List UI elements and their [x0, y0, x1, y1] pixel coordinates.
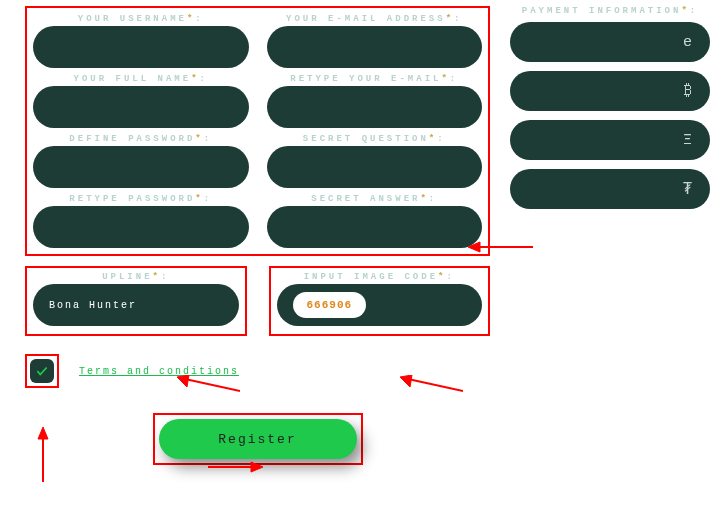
fullname-input[interactable]: [33, 86, 249, 128]
ecurrency-icon: e: [683, 34, 692, 51]
arrow-icon: [468, 240, 533, 255]
arrow-icon: [398, 375, 463, 395]
payment-option-e[interactable]: e: [510, 22, 710, 62]
email-group: YOUR E-MAIL ADDRESS*:: [267, 14, 483, 68]
terms-checkbox-box: [25, 354, 59, 388]
password-input[interactable]: [33, 146, 249, 188]
svg-marker-5: [400, 375, 412, 387]
bitcoin-icon: ₿: [684, 82, 692, 100]
main-fields-box: YOUR USERNAME*: YOUR E-MAIL ADDRESS*: YO…: [25, 6, 490, 256]
email-label: YOUR E-MAIL ADDRESS: [286, 14, 446, 24]
payment-label: PAYMENT INFORMATION: [522, 6, 682, 16]
secret-a-input[interactable]: [267, 206, 483, 248]
retype-email-label: RETYPE YOUR E-MAIL: [290, 74, 441, 84]
svg-marker-1: [468, 242, 480, 252]
arrow-icon: [175, 375, 240, 395]
password-label: DEFINE PASSWORD: [69, 134, 195, 144]
secret-a-label: SECRET ANSWER: [311, 194, 420, 204]
email-input[interactable]: [267, 26, 483, 68]
svg-line-4: [408, 379, 463, 391]
captcha-box: INPUT IMAGE CODE*: 666906: [269, 266, 491, 336]
svg-marker-7: [38, 427, 48, 439]
upline-label: UPLINE: [102, 272, 152, 282]
tether-icon: ₮: [683, 180, 692, 199]
asterisk-icon: *: [420, 194, 428, 204]
secret-a-group: SECRET ANSWER*:: [267, 194, 483, 248]
fullname-label: YOUR FULL NAME: [74, 74, 192, 84]
asterisk-icon: *: [153, 272, 161, 282]
upline-value: Bona Hunter: [49, 300, 137, 311]
username-group: YOUR USERNAME*:: [33, 14, 249, 68]
password-group: DEFINE PASSWORD*:: [33, 134, 249, 188]
asterisk-icon: *: [195, 194, 203, 204]
svg-marker-3: [177, 375, 189, 387]
asterisk-icon: *: [187, 14, 195, 24]
asterisk-icon: *: [195, 134, 203, 144]
register-button[interactable]: Register: [159, 419, 357, 459]
retype-email-group: RETYPE YOUR E-MAIL*:: [267, 74, 483, 128]
secret-q-group: SECRET QUESTION*:: [267, 134, 483, 188]
retype-password-input[interactable]: [33, 206, 249, 248]
payment-options: e ₿ Ξ ₮: [510, 22, 710, 209]
terms-checkbox[interactable]: [30, 359, 54, 383]
retype-password-group: RETYPE PASSWORD*:: [33, 194, 249, 248]
ethereum-icon: Ξ: [683, 132, 692, 149]
retype-email-input[interactable]: [267, 86, 483, 128]
payment-option-eth[interactable]: Ξ: [510, 120, 710, 160]
asterisk-icon: *: [191, 74, 199, 84]
upline-input[interactable]: Bona Hunter: [33, 284, 239, 326]
register-box: Register: [153, 413, 363, 465]
secret-q-label: SECRET QUESTION: [303, 134, 429, 144]
secret-q-input[interactable]: [267, 146, 483, 188]
retype-password-label: RETYPE PASSWORD: [69, 194, 195, 204]
username-input[interactable]: [33, 26, 249, 68]
form-left: YOUR USERNAME*: YOUR E-MAIL ADDRESS*: YO…: [25, 6, 490, 465]
register-label: Register: [218, 432, 296, 447]
asterisk-icon: *: [441, 74, 449, 84]
captcha-input[interactable]: 666906: [277, 284, 483, 326]
payment-section: PAYMENT INFORMATION*: e ₿ Ξ ₮: [510, 6, 710, 465]
registration-page: YOUR USERNAME*: YOUR E-MAIL ADDRESS*: YO…: [0, 0, 720, 465]
asterisk-icon: *: [429, 134, 437, 144]
check-icon: [35, 364, 49, 378]
upline-box: UPLINE*: Bona Hunter: [25, 266, 247, 336]
captcha-value: 666906: [293, 292, 367, 318]
upline-captcha-row: UPLINE*: Bona Hunter INPUT IMAGE CODE*: …: [25, 266, 490, 336]
svg-marker-9: [251, 462, 263, 472]
asterisk-icon: *: [446, 14, 454, 24]
arrow-icon: [36, 427, 51, 482]
payment-option-usdt[interactable]: ₮: [510, 169, 710, 209]
svg-line-2: [185, 379, 240, 391]
payment-option-btc[interactable]: ₿: [510, 71, 710, 111]
asterisk-icon: *: [681, 6, 689, 16]
arrow-icon: [208, 460, 263, 475]
asterisk-icon: *: [438, 272, 446, 282]
username-label: YOUR USERNAME: [78, 14, 187, 24]
fullname-group: YOUR FULL NAME*:: [33, 74, 249, 128]
captcha-label: INPUT IMAGE CODE: [304, 272, 438, 282]
